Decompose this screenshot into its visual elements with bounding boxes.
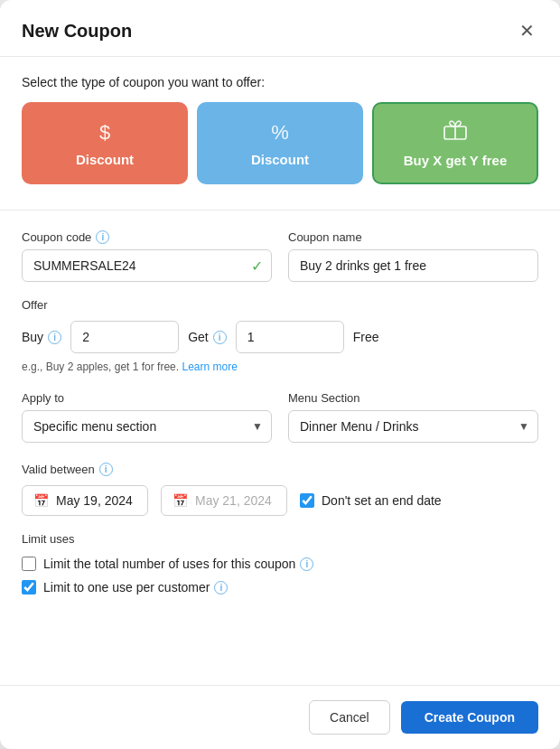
end-date-placeholder: May 21, 2024 <box>195 493 272 508</box>
menu-section-group: Menu Section Dinner Menu / Drinks Dinner… <box>288 391 538 443</box>
coupon-name-label: Coupon name <box>288 230 538 244</box>
limit-total-label[interactable]: Limit the total number of uses for this … <box>43 557 313 571</box>
modal-footer: Cancel Create Coupon <box>0 685 560 749</box>
apply-to-group: Apply to Specific menu section All items… <box>22 391 272 443</box>
close-button[interactable]: ✕ <box>516 20 538 42</box>
limit-per-customer-label[interactable]: Limit to one use per customer i <box>43 580 228 595</box>
offer-label: Offer <box>22 298 538 312</box>
start-date-input[interactable]: 📅 May 19, 2024 <box>22 485 148 516</box>
no-end-date-checkbox[interactable] <box>300 493 314 508</box>
modal-body: Select the type of coupon you want to of… <box>0 57 560 685</box>
apply-menu-row: Apply to Specific menu section All items… <box>22 391 538 443</box>
coupon-type-dollar[interactable]: $ Discount <box>22 102 188 184</box>
no-end-date-label[interactable]: Don't set an end date <box>322 493 442 508</box>
limit-total-checkbox[interactable] <box>22 557 36 571</box>
coupon-type-percent[interactable]: % Discount <box>197 102 363 184</box>
end-date-calendar-icon: 📅 <box>173 493 188 508</box>
coupon-code-label: Coupon code i <box>22 230 272 244</box>
start-date-calendar-icon: 📅 <box>33 493 49 508</box>
buy-info-icon: i <box>48 331 61 344</box>
dollar-icon: $ <box>99 121 110 145</box>
percent-icon: % <box>271 121 289 145</box>
offer-row: Buy i Get i Free <box>22 321 538 353</box>
apply-to-label: Apply to <box>22 391 272 405</box>
dollar-discount-label: Discount <box>76 152 134 167</box>
offer-section: Offer Buy i Get i Free e.g., Buy 2 apple… <box>22 298 538 373</box>
coupon-name-input[interactable] <box>288 249 538 282</box>
coupon-name-group: Coupon name <box>288 230 538 282</box>
coupon-code-group: Coupon code i ✓ <box>22 230 272 282</box>
create-coupon-button[interactable]: Create Coupon <box>401 701 538 734</box>
cancel-button[interactable]: Cancel <box>309 700 390 735</box>
coupon-code-name-row: Coupon code i ✓ Coupon name <box>22 230 538 282</box>
limit-uses-section: Limit uses Limit the total number of use… <box>22 532 538 595</box>
coupon-type-bxgy[interactable]: Buy X get Y free <box>372 102 538 184</box>
modal-title: New Coupon <box>22 21 132 42</box>
get-value-input[interactable] <box>236 321 344 353</box>
limit-uses-title: Limit uses <box>22 532 538 546</box>
offer-hint: e.g., Buy 2 apples, get 1 for free. Lear… <box>22 360 538 373</box>
coupon-code-input[interactable] <box>22 249 272 282</box>
limit-per-customer-row: Limit to one use per customer i <box>22 580 538 595</box>
no-end-date-row: Don't set an end date <box>300 493 442 508</box>
divider-1 <box>0 210 560 211</box>
valid-between-label: Valid between i <box>22 463 538 476</box>
valid-between-info-icon: i <box>99 463 113 476</box>
new-coupon-modal: New Coupon ✕ Select the type of coupon y… <box>0 0 560 749</box>
get-label: Get i <box>188 330 227 344</box>
valid-between-section: Valid between i 📅 May 19, 2024 📅 May 21,… <box>22 463 538 516</box>
coupon-type-selector: $ Discount % Discount Buy X get Y free <box>22 102 538 184</box>
menu-section-select[interactable]: Dinner Menu / Drinks Dinner Menu / Start… <box>288 410 538 443</box>
end-date-input[interactable]: 📅 May 21, 2024 <box>161 485 287 516</box>
limit-per-customer-info-icon: i <box>214 581 228 595</box>
learn-more-link[interactable]: Learn more <box>182 360 237 373</box>
coupon-type-section-label: Select the type of coupon you want to of… <box>22 75 538 89</box>
menu-section-label: Menu Section <box>288 391 538 405</box>
menu-section-select-wrapper: Dinner Menu / Drinks Dinner Menu / Start… <box>288 410 538 443</box>
limit-total-row: Limit the total number of uses for this … <box>22 557 538 571</box>
coupon-code-input-wrapper: ✓ <box>22 249 272 282</box>
bxgy-label: Buy X get Y free <box>404 153 508 168</box>
percent-discount-label: Discount <box>251 152 309 167</box>
start-date-value: May 19, 2024 <box>56 493 133 508</box>
apply-to-select[interactable]: Specific menu section All items <box>22 410 272 443</box>
bxgy-icon <box>443 120 467 145</box>
apply-to-select-wrapper: Specific menu section All items ▼ <box>22 410 272 443</box>
modal-header: New Coupon ✕ <box>0 0 560 57</box>
get-info-icon: i <box>213 331 227 344</box>
limit-total-info-icon: i <box>300 557 313 571</box>
buy-label: Buy i <box>22 330 61 344</box>
buy-value-input[interactable] <box>70 321 179 353</box>
coupon-code-info-icon: i <box>96 230 109 244</box>
free-label: Free <box>353 330 379 344</box>
coupon-code-check-icon: ✓ <box>251 257 263 275</box>
date-row: 📅 May 19, 2024 📅 May 21, 2024 Don't set … <box>22 485 538 516</box>
limit-per-customer-checkbox[interactable] <box>22 580 36 595</box>
